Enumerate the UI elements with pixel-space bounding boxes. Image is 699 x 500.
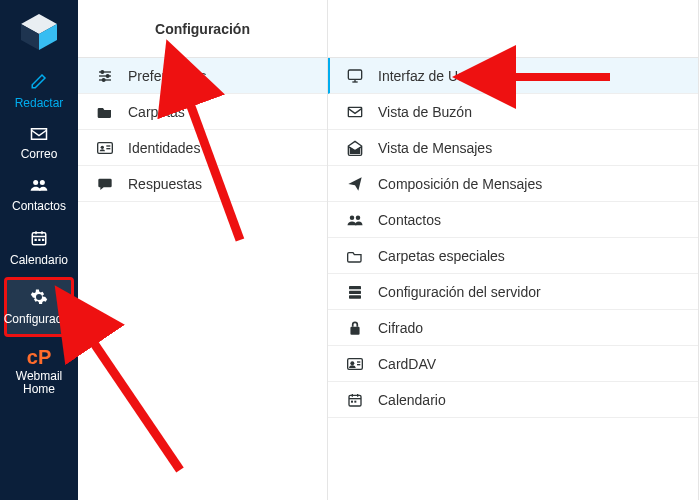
svg-point-4 [33, 180, 38, 185]
sidebar-label: Contactos [12, 199, 66, 213]
id-card-icon [96, 141, 114, 155]
pref-item-server-config[interactable]: Configuración del servidor [328, 274, 698, 310]
pref-column-header [328, 0, 698, 58]
sidebar-label: Correo [21, 147, 58, 161]
paper-plane-icon [346, 176, 364, 192]
pref-item-label: Cifrado [378, 320, 423, 336]
sidebar-label: Calendario [10, 253, 68, 267]
pref-item-special-folders[interactable]: Carpetas especiales [328, 238, 698, 274]
svg-rect-32 [350, 326, 359, 334]
pref-item-label: Configuración del servidor [378, 284, 541, 300]
logo [0, 4, 78, 64]
pref-item-label: Calendario [378, 392, 446, 408]
config-item-preferences[interactable]: Preferencias [78, 58, 327, 94]
pref-item-label: Composición de Mensajes [378, 176, 542, 192]
address-card-icon [346, 357, 364, 371]
pref-item-label: Vista de Mensajes [378, 140, 492, 156]
svg-rect-11 [38, 239, 40, 241]
config-item-label: Preferencias [128, 68, 207, 84]
svg-point-34 [350, 361, 354, 365]
calendar-icon [346, 392, 364, 408]
pref-item-message-view[interactable]: Vista de Mensajes [328, 130, 698, 166]
app-root: Redactar Correo Contactos Calendario Con [0, 0, 699, 500]
sidebar: Redactar Correo Contactos Calendario Con [0, 0, 78, 500]
svg-rect-30 [349, 290, 361, 293]
mail-icon [30, 126, 48, 144]
cpanel-icon: cP [27, 347, 51, 367]
pref-column: Interfaz de Usuario Vista de Buzón Vista… [328, 0, 699, 500]
contacts-icon [346, 213, 364, 227]
pref-item-encryption[interactable]: Cifrado [328, 310, 698, 346]
svg-rect-26 [348, 107, 361, 116]
folder-icon [96, 105, 114, 119]
sliders-icon [96, 68, 114, 84]
pref-list: Interfaz de Usuario Vista de Buzón Vista… [328, 58, 698, 418]
svg-point-18 [102, 78, 105, 81]
config-column-title: Configuración [78, 0, 327, 58]
sidebar-item-mail[interactable]: Correo [0, 118, 78, 169]
svg-rect-41 [351, 400, 353, 402]
sidebar-label: Configuraci... [4, 312, 75, 326]
config-item-label: Carpetas [128, 104, 185, 120]
config-item-responses[interactable]: Respuestas [78, 166, 327, 202]
config-item-label: Identidades [128, 140, 200, 156]
sidebar-item-calendar[interactable]: Calendario [0, 221, 78, 275]
config-item-folders[interactable]: Carpetas [78, 94, 327, 130]
cube-logo-icon [17, 10, 61, 54]
pref-item-label: Contactos [378, 212, 441, 228]
chat-icon [96, 176, 114, 192]
svg-rect-42 [354, 400, 356, 402]
svg-point-28 [356, 215, 361, 220]
config-list: Preferencias Carpetas Identidades Respue… [78, 58, 327, 202]
sidebar-item-webmail-home[interactable]: cP Webmail Home [0, 339, 78, 404]
config-item-identities[interactable]: Identidades [78, 130, 327, 166]
svg-point-20 [101, 145, 104, 148]
svg-point-27 [350, 215, 355, 220]
svg-rect-31 [349, 295, 361, 298]
svg-rect-23 [348, 70, 361, 79]
contacts-icon [29, 177, 49, 196]
sidebar-item-settings[interactable]: Configuraci... [4, 277, 74, 337]
config-item-label: Respuestas [128, 176, 202, 192]
envelope-icon [346, 106, 364, 118]
sidebar-label: Redactar [15, 96, 64, 110]
lock-icon [346, 320, 364, 336]
pref-item-carddav[interactable]: CardDAV [328, 346, 698, 382]
pref-item-ui[interactable]: Interfaz de Usuario [328, 58, 698, 94]
svg-rect-29 [349, 286, 361, 289]
envelope-open-icon [346, 140, 364, 156]
svg-rect-10 [35, 239, 37, 241]
server-icon [346, 284, 364, 300]
pref-item-contacts[interactable]: Contactos [328, 202, 698, 238]
folder-outline-icon [346, 249, 364, 263]
sidebar-item-contacts[interactable]: Contactos [0, 169, 78, 221]
svg-rect-12 [42, 239, 44, 241]
compose-icon [30, 72, 48, 93]
svg-point-5 [40, 180, 45, 185]
pref-item-label: Interfaz de Usuario [378, 68, 496, 84]
pref-item-compose[interactable]: Composición de Mensajes [328, 166, 698, 202]
sidebar-label: Webmail Home [3, 370, 75, 396]
sidebar-item-compose[interactable]: Redactar [0, 64, 78, 118]
svg-point-16 [101, 70, 104, 73]
pref-item-label: CardDAV [378, 356, 436, 372]
monitor-icon [346, 68, 364, 84]
calendar-icon [30, 229, 48, 250]
pref-item-calendar[interactable]: Calendario [328, 382, 698, 418]
gear-icon [30, 288, 48, 309]
svg-point-17 [106, 74, 109, 77]
pref-item-label: Carpetas especiales [378, 248, 505, 264]
pref-item-label: Vista de Buzón [378, 104, 472, 120]
pref-item-mailbox-view[interactable]: Vista de Buzón [328, 94, 698, 130]
config-column: Configuración Preferencias Carpetas Iden… [78, 0, 328, 500]
